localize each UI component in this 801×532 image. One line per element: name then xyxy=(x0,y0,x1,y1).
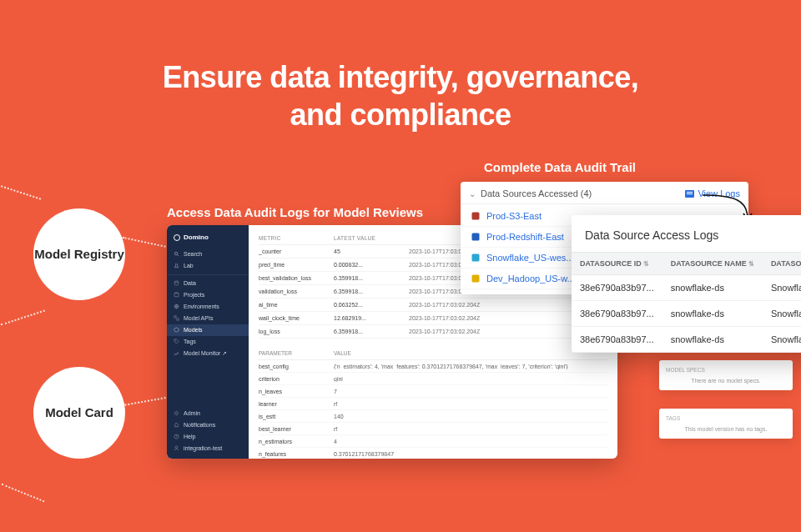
page-headline: Ensure data integrity, governance, and c… xyxy=(0,58,801,133)
svg-rect-15 xyxy=(472,275,480,283)
connector-dots xyxy=(122,237,171,248)
metric-name: ai_time xyxy=(259,302,334,308)
sidebar-item-label: Lab xyxy=(184,263,194,269)
metric-value: 6.359918... xyxy=(334,275,409,281)
access-logs-table: DATASOURCE ID⇅ DATASOURCE NAME⇅ DATASOUR… xyxy=(572,252,801,353)
sidebar-item-data[interactable]: Data xyxy=(167,274,249,289)
model-specs-empty: There are no model specs. xyxy=(666,378,786,384)
param-value: 0.37012171768379847 xyxy=(334,451,607,457)
svg-rect-12 xyxy=(472,213,480,220)
sidebar-item-label: Projects xyxy=(184,292,204,298)
col-parameter: PARAMETER xyxy=(259,350,334,356)
sidebar-item-search[interactable]: Search xyxy=(167,248,249,259)
param-row: best_config{'n_estimators': 4, 'max_feat… xyxy=(259,360,607,373)
log-row[interactable]: 38e6790a83b97...snowflake-dsSnowflakeCon… xyxy=(572,275,801,301)
api-icon xyxy=(174,315,179,321)
bell-icon xyxy=(174,422,179,428)
param-value: 7 xyxy=(334,389,607,394)
card-model-specs: MODEL SPECS There are no model specs. xyxy=(659,360,793,390)
data-source-name: Snowflake_US-wes... xyxy=(486,253,574,263)
model-specs-title: MODEL SPECS xyxy=(666,367,786,373)
env-icon xyxy=(174,304,179,309)
sidebar-footer-admin[interactable]: Admin xyxy=(167,407,249,419)
sidebar-item-label: Tags xyxy=(184,339,196,344)
connector-dots xyxy=(122,396,171,406)
domino-brand-label: Domino xyxy=(184,233,209,241)
cell-datasource-id: 38e6790a83b97... xyxy=(572,275,662,301)
view-logs-label: View Logs xyxy=(698,188,740,198)
svg-text:?: ? xyxy=(176,434,178,438)
sidebar-item-label: Help xyxy=(184,434,195,439)
param-row: best_learnerrf xyxy=(259,423,607,435)
metric-row: log_loss6.359918...2023-10-17T17:03:02.2… xyxy=(259,325,607,339)
data-icon xyxy=(174,280,179,286)
svg-rect-13 xyxy=(472,233,480,241)
card-tags: TAGS This model version has no tags. xyxy=(659,409,793,439)
sidebar-item-environments[interactable]: Environments xyxy=(167,301,249,313)
sidebar-item-models[interactable]: Models xyxy=(167,324,249,336)
svg-point-7 xyxy=(175,340,176,341)
monitor-icon xyxy=(174,351,179,357)
log-row[interactable]: 38e6790a83b97...snowflake-dsSnowflakeCon… xyxy=(572,301,801,327)
connector-dots xyxy=(2,484,45,502)
chevron-down-icon: ⌄ xyxy=(469,189,476,198)
sidebar-item-label: Data xyxy=(184,280,196,286)
sort-icon: ⇅ xyxy=(748,260,754,268)
col-value: VALUE xyxy=(334,350,607,356)
sidebar-item-label: Model Monitor ↗ xyxy=(184,350,227,357)
datasource-icon xyxy=(471,253,481,263)
sidebar-item-lab[interactable]: Lab xyxy=(167,259,249,271)
logs-icon xyxy=(685,190,694,198)
cell-datasource-name: snowflake-ds xyxy=(662,327,763,353)
sidebar-footer-notifications[interactable]: Notifications xyxy=(167,419,249,430)
sort-icon: ⇅ xyxy=(643,260,649,268)
log-row[interactable]: 38e6790a83b97...snowflake-dsSnowflakeCon… xyxy=(572,327,801,353)
param-row: is_estt140 xyxy=(259,410,607,423)
svg-rect-6 xyxy=(177,319,179,320)
data-source-name: Prod-Redshift-East xyxy=(486,232,564,242)
param-row: learnerrf xyxy=(259,398,607,410)
data-sources-header[interactable]: ⌄ Data Sources Accessed (4) View Logs xyxy=(461,182,748,204)
tags-title: TAGS xyxy=(666,415,786,421)
metric-value: 0.063252... xyxy=(334,302,409,308)
col-datasource-type[interactable]: DATASOURCE TYP xyxy=(763,253,801,275)
panel-access-logs: Data Source Access Logs DATASOURCE ID⇅ D… xyxy=(572,215,801,353)
sidebar-item-tags[interactable]: Tags xyxy=(167,336,249,348)
sidebar-item-projects[interactable]: Projects xyxy=(167,289,249,301)
sidebar-footer-integration-test[interactable]: integration-test xyxy=(167,442,249,454)
param-value: 4 xyxy=(334,439,607,444)
subtitle-audit-trail: Complete Data Audit Trail xyxy=(484,160,636,174)
cell-datasource-id: 38e6790a83b97... xyxy=(572,301,662,327)
col-datasource-name[interactable]: DATASOURCE NAME⇅ xyxy=(662,253,763,275)
metric-value: 0.000832... xyxy=(334,262,409,268)
metric-value: 6.359918... xyxy=(334,289,409,294)
data-source-name: Prod-S3-East xyxy=(486,211,542,221)
param-name: learner xyxy=(259,401,334,407)
cell-datasource-type: SnowflakeConfig xyxy=(763,327,801,353)
admin-icon xyxy=(174,410,179,416)
metric-name: pred_time xyxy=(259,262,334,268)
view-logs-button[interactable]: View Logs xyxy=(685,188,740,198)
user-icon xyxy=(174,445,179,451)
param-name: n_estimators xyxy=(259,439,334,444)
sidebar-item-model-apis[interactable]: Model APIs xyxy=(167,313,249,324)
domino-sidebar: Domino SearchLabDataProjectsEnvironments… xyxy=(167,225,249,459)
svg-rect-5 xyxy=(174,316,176,318)
param-name: best_config xyxy=(259,364,334,369)
search-icon xyxy=(174,251,179,257)
data-source-name: Dev_Hadoop_US-w... xyxy=(486,274,575,284)
datasource-icon xyxy=(471,274,481,284)
models-icon xyxy=(174,327,179,333)
sidebar-item-model-monitor-[interactable]: Model Monitor ↗ xyxy=(167,348,249,360)
sidebar-footer-help[interactable]: ?Help xyxy=(167,430,249,442)
params-header-row: PARAMETER VALUE xyxy=(259,347,607,360)
col-datasource-id[interactable]: DATASOURCE ID⇅ xyxy=(572,253,662,275)
sidebar-item-label: Admin xyxy=(184,410,200,416)
headline-line-1: Ensure data integrity, governance, xyxy=(163,60,639,94)
param-row: n_leaves7 xyxy=(259,385,607,398)
datasource-icon xyxy=(471,211,481,221)
param-value: rf xyxy=(334,426,607,432)
access-logs-title: Data Source Access Logs xyxy=(572,215,801,252)
domino-brand[interactable]: Domino xyxy=(167,230,249,248)
metric-name: wall_clock_time xyxy=(259,315,334,321)
